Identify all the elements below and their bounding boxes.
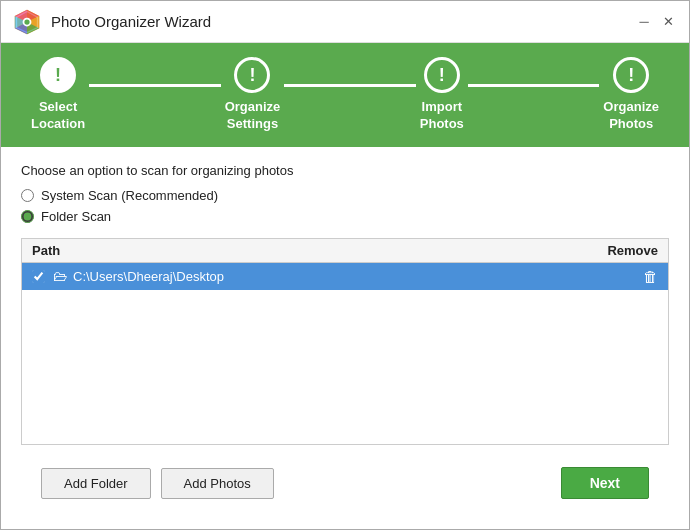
app-logo: [13, 8, 41, 36]
system-scan-option[interactable]: System Scan (Recommended): [21, 188, 669, 203]
wizard-header: ! SelectLocation ! OrganizeSettings ! Im…: [1, 43, 689, 147]
folder-table: Path Remove 🗁 C:\Users\Dheeraj\Desktop 🗑: [21, 238, 669, 445]
folder-icon: 🗁: [53, 268, 67, 284]
table-header: Path Remove: [22, 239, 668, 263]
step-line-2: [284, 84, 416, 87]
step-line-3: [468, 84, 600, 87]
add-folder-button[interactable]: Add Folder: [41, 468, 151, 499]
folder-scan-option[interactable]: Folder Scan: [21, 209, 669, 224]
step-select-location[interactable]: ! SelectLocation: [31, 57, 85, 133]
step-circle-1: !: [40, 57, 76, 93]
window-title: Photo Organizer Wizard: [51, 13, 635, 30]
wizard-steps: ! SelectLocation ! OrganizeSettings ! Im…: [31, 57, 659, 133]
row-path: C:\Users\Dheeraj\Desktop: [73, 269, 588, 284]
add-photos-button[interactable]: Add Photos: [161, 468, 274, 499]
step-organize-photos[interactable]: ! OrganizePhotos: [603, 57, 659, 133]
step-label-4: OrganizePhotos: [603, 99, 659, 133]
scan-option-group: System Scan (Recommended) Folder Scan: [21, 188, 669, 224]
main-content: Choose an option to scan for organizing …: [1, 147, 689, 529]
step-circle-4: !: [613, 57, 649, 93]
title-bar-controls: ─ ✕: [635, 13, 677, 31]
svg-point-5: [24, 19, 29, 24]
step-label-1: SelectLocation: [31, 99, 85, 133]
system-scan-label: System Scan (Recommended): [41, 188, 218, 203]
step-circle-3: !: [424, 57, 460, 93]
row-checkbox[interactable]: [32, 270, 45, 283]
close-button[interactable]: ✕: [659, 13, 677, 31]
folder-scan-label: Folder Scan: [41, 209, 111, 224]
instruction-text: Choose an option to scan for organizing …: [21, 163, 669, 178]
bottom-bar: Add Folder Add Photos Next: [21, 459, 669, 513]
step-line-1: [89, 84, 221, 87]
step-circle-2: !: [234, 57, 270, 93]
col-remove-header: Remove: [588, 243, 658, 258]
step-organize-settings[interactable]: ! OrganizeSettings: [225, 57, 281, 133]
step-label-3: ImportPhotos: [420, 99, 464, 133]
delete-icon[interactable]: 🗑: [588, 268, 658, 285]
minimize-button[interactable]: ─: [635, 13, 653, 31]
table-row[interactable]: 🗁 C:\Users\Dheeraj\Desktop 🗑: [22, 263, 668, 290]
title-bar: Photo Organizer Wizard ─ ✕: [1, 1, 689, 43]
col-path-header: Path: [32, 243, 588, 258]
folder-scan-radio[interactable]: [21, 210, 34, 223]
table-body: 🗁 C:\Users\Dheeraj\Desktop 🗑: [22, 263, 668, 444]
step-label-2: OrganizeSettings: [225, 99, 281, 133]
next-button[interactable]: Next: [561, 467, 649, 499]
step-import-photos[interactable]: ! ImportPhotos: [420, 57, 464, 133]
system-scan-radio[interactable]: [21, 189, 34, 202]
main-window: Photo Organizer Wizard ─ ✕ ! SelectLocat…: [0, 0, 690, 530]
